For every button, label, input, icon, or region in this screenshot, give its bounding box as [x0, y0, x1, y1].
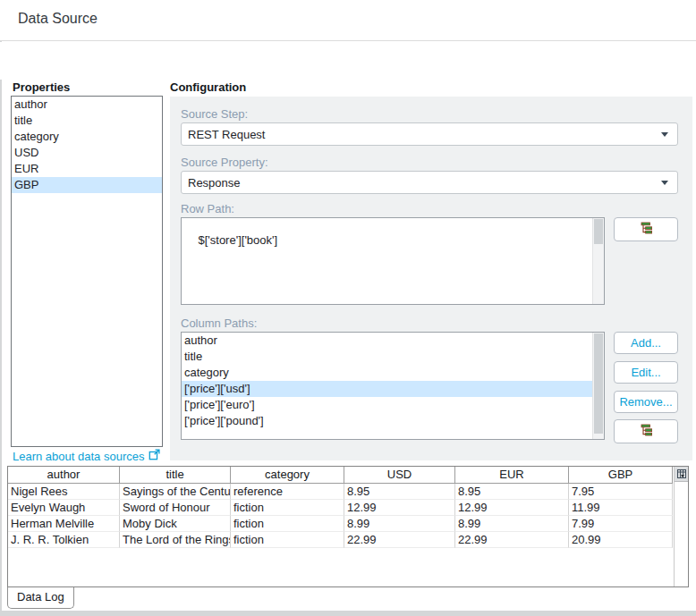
- learn-about-data-sources-link[interactable]: Learn about data sources: [13, 449, 160, 463]
- source-step-label: Source Step:: [181, 107, 248, 121]
- source-property-label: Source Property:: [181, 156, 268, 169]
- list-item[interactable]: author: [12, 97, 162, 113]
- chevron-down-icon: [661, 132, 668, 137]
- table-row[interactable]: Nigel Rees Sayings of the Century refere…: [8, 484, 688, 500]
- table-scrollbar[interactable]: [674, 467, 688, 586]
- properties-header: Properties: [13, 80, 70, 94]
- table-row[interactable]: J. R. R. Tolkien The Lord of the Rings f…: [8, 532, 688, 548]
- list-item-selected[interactable]: GBP: [12, 177, 162, 193]
- column-header[interactable]: category: [231, 467, 344, 484]
- list-item[interactable]: ['price']['euro']: [182, 397, 592, 413]
- row-path-label: Row Path:: [181, 202, 234, 215]
- window-edge-left: [0, 0, 2, 616]
- tab-data-log[interactable]: Data Log: [7, 587, 74, 609]
- list-item[interactable]: EUR: [12, 161, 162, 177]
- list-item[interactable]: category: [182, 365, 592, 381]
- tree-view-icon: [639, 423, 653, 440]
- add-button[interactable]: Add...: [614, 332, 678, 354]
- source-property-select[interactable]: Response: [181, 171, 678, 194]
- list-item[interactable]: category: [12, 129, 162, 145]
- column-paths-label: Column Paths:: [181, 316, 257, 330]
- data-preview-table: author title category USD EUR GBP Nigel …: [7, 466, 689, 587]
- configuration-panel: Source Step: REST Request Source Propert…: [170, 97, 692, 460]
- list-item-selected[interactable]: ['price']['usd']: [182, 381, 592, 397]
- title-bar: Data Source: [0, 0, 696, 41]
- column-chooser-button[interactable]: [675, 467, 688, 482]
- column-paths-list[interactable]: author title category ['price']['usd'] […: [181, 332, 605, 440]
- remove-button[interactable]: Remove...: [614, 391, 678, 413]
- external-link-icon: [149, 449, 160, 463]
- column-chooser-icon: [677, 468, 686, 481]
- list-item[interactable]: author: [182, 333, 592, 349]
- table-row[interactable]: Herman Melville Moby Dick fiction 8.99 8…: [8, 516, 688, 532]
- row-path-scrollbar[interactable]: [592, 218, 604, 304]
- properties-list[interactable]: author title category USD EUR GBP: [11, 96, 163, 447]
- column-header[interactable]: USD: [344, 467, 455, 484]
- column-paths-tree-picker-button[interactable]: [614, 419, 678, 443]
- source-step-select[interactable]: REST Request: [181, 122, 678, 146]
- list-item[interactable]: USD: [12, 145, 162, 161]
- chevron-down-icon: [661, 181, 668, 185]
- table-row[interactable]: Evelyn Waugh Sword of Honour fiction 12.…: [8, 500, 688, 516]
- column-paths-scrollbar[interactable]: [592, 333, 604, 439]
- list-item[interactable]: title: [182, 349, 592, 365]
- tree-view-icon: [639, 221, 653, 238]
- column-header[interactable]: EUR: [455, 467, 569, 484]
- column-header[interactable]: title: [120, 467, 231, 484]
- configuration-header: Configuration: [170, 80, 246, 94]
- window-edge-bottom: [0, 611, 696, 616]
- table-header-row: author title category USD EUR GBP: [8, 467, 688, 484]
- page-title: Data Source: [18, 11, 98, 27]
- row-path-input[interactable]: $['store']['book']: [181, 217, 605, 305]
- row-path-tree-picker-button[interactable]: [614, 217, 678, 241]
- column-header[interactable]: GBP: [569, 467, 673, 484]
- column-header[interactable]: author: [8, 467, 120, 484]
- edit-button[interactable]: Edit...: [614, 361, 678, 384]
- toolbar: XY- Data Source: JSON: [0, 42, 696, 80]
- list-item[interactable]: ['price']['pound']: [182, 413, 592, 429]
- list-item[interactable]: title: [12, 113, 162, 129]
